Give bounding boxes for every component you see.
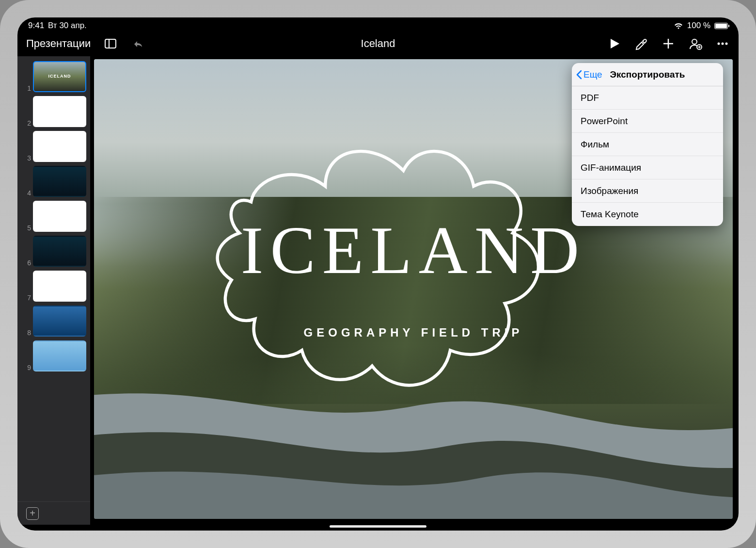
slide-preview bbox=[33, 131, 86, 162]
slide-thumbnail[interactable]: 5 bbox=[17, 199, 90, 234]
home-indicator[interactable] bbox=[330, 525, 426, 528]
slide-number: 9 bbox=[24, 364, 31, 371]
slide-thumbnail[interactable]: 8 bbox=[17, 304, 90, 338]
popover-header: Еще Экспортировать bbox=[572, 63, 723, 86]
thumb-label: ICELAND bbox=[34, 74, 85, 79]
view-options-icon[interactable] bbox=[103, 36, 118, 51]
plus-icon: + bbox=[26, 507, 39, 520]
popover-back-label: Еще bbox=[583, 69, 602, 80]
add-slide-button[interactable]: + bbox=[17, 501, 90, 525]
svg-point-8 bbox=[718, 43, 720, 45]
slide-preview bbox=[33, 340, 86, 371]
slide-number: 7 bbox=[24, 294, 31, 302]
wifi-icon bbox=[674, 22, 683, 29]
slide-number: 8 bbox=[24, 329, 31, 337]
export-option[interactable]: PowerPoint bbox=[572, 110, 723, 133]
export-option[interactable]: GIF-анимация bbox=[572, 156, 723, 179]
slide-thumbnail[interactable]: 9 bbox=[17, 338, 90, 373]
slide-number: 2 bbox=[24, 119, 31, 127]
export-popover: Еще Экспортировать PDFPowerPointФильмGIF… bbox=[572, 63, 723, 226]
slide-subtitle-text[interactable]: GEOGRAPHY FIELD TRIP bbox=[94, 326, 733, 339]
slide-list[interactable]: 1ICELAND23456789 bbox=[17, 59, 90, 501]
export-option[interactable]: Фильм bbox=[572, 133, 723, 156]
documents-button[interactable]: Презентации bbox=[26, 37, 91, 50]
slide-preview bbox=[33, 236, 86, 267]
status-date: Вт 30 апр. bbox=[48, 21, 87, 31]
svg-point-4 bbox=[692, 39, 697, 44]
slide-number: 4 bbox=[24, 189, 31, 197]
slide-thumbnail[interactable]: 6 bbox=[17, 234, 90, 269]
battery-percent: 100 % bbox=[687, 21, 710, 31]
screen: 9:41 Вт 30 апр. 100 % Презентации bbox=[17, 17, 739, 531]
ipad-frame: 9:41 Вт 30 апр. 100 % Презентации bbox=[0, 0, 756, 548]
slide-thumbnail[interactable]: 3 bbox=[17, 129, 90, 164]
format-brush-icon[interactable] bbox=[634, 36, 648, 51]
app-toolbar: Презентации Iceland bbox=[17, 31, 739, 56]
slide-preview bbox=[33, 201, 86, 232]
add-icon[interactable] bbox=[661, 36, 676, 51]
slide-preview bbox=[33, 166, 86, 197]
battery-icon bbox=[714, 23, 728, 29]
export-option[interactable]: Тема Keynote bbox=[572, 203, 723, 226]
slide-number: 6 bbox=[24, 259, 31, 267]
slide-navigator: 1ICELAND23456789 + bbox=[17, 56, 90, 525]
slide-number: 1 bbox=[24, 84, 31, 92]
slide-preview bbox=[33, 96, 86, 127]
export-options-list: PDFPowerPointФильмGIF-анимацияИзображени… bbox=[572, 86, 723, 226]
slide-thumbnail[interactable]: 1ICELAND bbox=[17, 59, 90, 94]
svg-rect-0 bbox=[105, 39, 116, 48]
undo-icon[interactable] bbox=[130, 36, 145, 51]
status-bar: 9:41 Вт 30 апр. 100 % bbox=[17, 17, 739, 31]
svg-point-9 bbox=[722, 43, 724, 45]
popover-back-button[interactable]: Еще bbox=[576, 69, 602, 80]
more-icon[interactable] bbox=[715, 36, 730, 51]
status-time: 9:41 bbox=[28, 21, 44, 31]
play-icon[interactable] bbox=[607, 36, 621, 51]
collaborate-icon[interactable] bbox=[688, 36, 703, 51]
slide-number: 3 bbox=[24, 154, 31, 162]
export-option[interactable]: PDF bbox=[572, 86, 723, 110]
slide-thumbnail[interactable]: 2 bbox=[17, 94, 90, 129]
slide-preview bbox=[33, 306, 86, 337]
slide-thumbnail[interactable]: 4 bbox=[17, 164, 90, 199]
slide-preview: ICELAND bbox=[33, 61, 86, 92]
svg-point-10 bbox=[725, 43, 728, 45]
export-option[interactable]: Изображения bbox=[572, 179, 723, 203]
slide-preview bbox=[33, 271, 86, 302]
slide-thumbnail[interactable]: 7 bbox=[17, 269, 90, 304]
slide-number: 5 bbox=[24, 224, 31, 232]
